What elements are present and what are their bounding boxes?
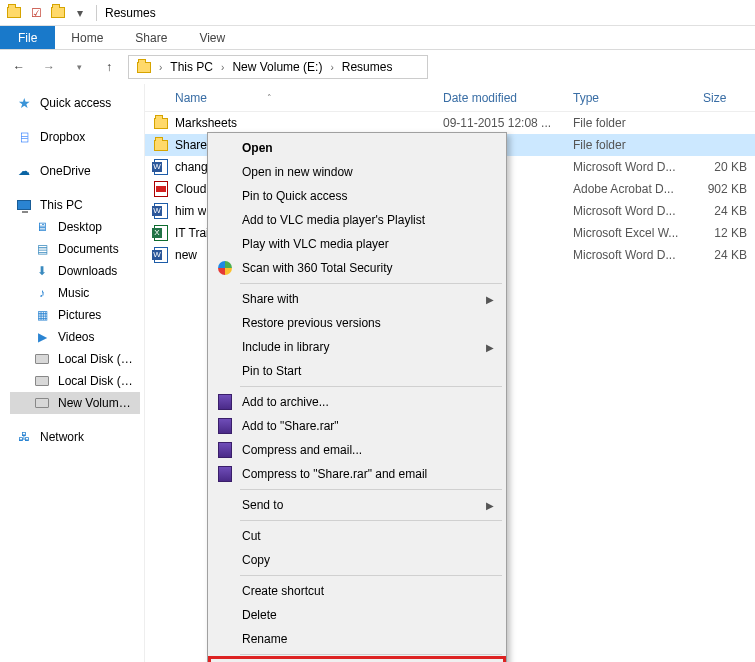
sidebar: ★ Quick access ⌸ Dropbox ☁ OneDrive This… <box>0 84 145 662</box>
ctx-share-with[interactable]: Share with▶ <box>210 287 504 311</box>
ctx-vlc-play[interactable]: Play with VLC media player <box>210 232 504 256</box>
sidebar-onedrive[interactable]: ☁ OneDrive <box>10 160 140 182</box>
separator <box>240 575 502 576</box>
file-type: Microsoft Word D... <box>565 248 695 262</box>
ctx-add-share-rar[interactable]: Add to "Share.rar" <box>210 414 504 438</box>
separator <box>240 283 502 284</box>
titlebar: ☑ ▾ Resumes <box>0 0 755 26</box>
breadcrumb-item[interactable]: This PC <box>166 60 217 74</box>
ctx-open-new-window[interactable]: Open in new window <box>210 160 504 184</box>
sidebar-downloads[interactable]: ⬇ Downloads <box>10 260 140 282</box>
downloads-icon: ⬇ <box>34 263 50 279</box>
ctx-open[interactable]: Open <box>210 136 504 160</box>
disk-icon <box>34 373 50 389</box>
file-size: 902 KB <box>695 182 755 196</box>
word-icon <box>153 159 169 175</box>
column-name[interactable]: Name˄ <box>145 91 435 105</box>
file-type: Microsoft Word D... <box>565 204 695 218</box>
chevron-right-icon[interactable]: › <box>328 62 335 73</box>
file-name: IT Trai <box>175 226 209 240</box>
ctx-pin-start[interactable]: Pin to Start <box>210 359 504 383</box>
nav-forward-button[interactable]: → <box>38 56 60 78</box>
tab-home[interactable]: Home <box>55 26 119 49</box>
ctx-compress-share-email[interactable]: Compress to "Share.rar" and email <box>210 462 504 486</box>
column-type[interactable]: Type <box>565 91 695 105</box>
monitor-icon <box>16 197 32 213</box>
sidebar-label: Videos <box>58 330 136 344</box>
sidebar-local-disk-c[interactable]: Local Disk (C:) <box>10 348 140 370</box>
sidebar-label: New Volume (E:) <box>58 396 136 410</box>
qat-properties-icon[interactable]: ☑ <box>26 3 46 23</box>
tab-share[interactable]: Share <box>119 26 183 49</box>
ctx-rename[interactable]: Rename <box>210 627 504 651</box>
file-name: new <box>175 248 197 262</box>
column-date[interactable]: Date modified <box>435 91 565 105</box>
submenu-arrow-icon: ▶ <box>486 500 494 511</box>
qat-dropdown-icon[interactable]: ▾ <box>70 3 90 23</box>
ctx-send-to[interactable]: Send to▶ <box>210 493 504 517</box>
nav-up-button[interactable]: ↑ <box>98 56 120 78</box>
tab-file[interactable]: File <box>0 26 55 49</box>
pdf-icon <box>153 181 169 197</box>
ctx-create-shortcut[interactable]: Create shortcut <box>210 579 504 603</box>
sidebar-network[interactable]: 🖧 Network <box>10 426 140 448</box>
submenu-arrow-icon: ▶ <box>486 342 494 353</box>
breadcrumb-item[interactable]: New Volume (E:) <box>228 60 326 74</box>
ctx-delete[interactable]: Delete <box>210 603 504 627</box>
sidebar-label: This PC <box>40 198 136 212</box>
ctx-add-archive[interactable]: Add to archive... <box>210 390 504 414</box>
file-row[interactable]: Marksheets09-11-2015 12:08 ...File folde… <box>145 112 755 134</box>
file-type: Microsoft Excel W... <box>565 226 695 240</box>
sidebar-pictures[interactable]: ▦ Pictures <box>10 304 140 326</box>
file-type: File folder <box>565 116 695 130</box>
ctx-pin-quick-access[interactable]: Pin to Quick access <box>210 184 504 208</box>
submenu-arrow-icon: ▶ <box>486 294 494 305</box>
breadcrumb-root-icon[interactable] <box>133 62 155 73</box>
breadcrumb-item[interactable]: Resumes <box>338 60 397 74</box>
sidebar-label: Music <box>58 286 136 300</box>
file-name: Marksheets <box>175 116 237 130</box>
disk-icon <box>34 395 50 411</box>
column-size[interactable]: Size <box>695 91 755 105</box>
file-name: Cloud <box>175 182 206 196</box>
sidebar-documents[interactable]: ▤ Documents <box>10 238 140 260</box>
archive-icon <box>216 393 234 411</box>
ctx-restore-previous[interactable]: Restore previous versions <box>210 311 504 335</box>
ctx-vlc-playlist[interactable]: Add to VLC media player's Playlist <box>210 208 504 232</box>
sort-indicator-icon: ˄ <box>267 93 272 103</box>
separator <box>240 386 502 387</box>
ctx-scan-360[interactable]: Scan with 360 Total Security <box>210 256 504 280</box>
disk-icon <box>34 351 50 367</box>
chevron-right-icon[interactable]: › <box>219 62 226 73</box>
chevron-right-icon[interactable]: › <box>157 62 164 73</box>
qat-new-folder-icon[interactable] <box>48 3 68 23</box>
file-type: Adobe Acrobat D... <box>565 182 695 196</box>
network-icon: 🖧 <box>16 429 32 445</box>
cloud-icon: ☁ <box>16 163 32 179</box>
ctx-properties[interactable]: Properties <box>210 658 504 662</box>
sidebar-this-pc[interactable]: This PC <box>10 194 140 216</box>
separator <box>96 5 97 21</box>
sidebar-videos[interactable]: ▶ Videos <box>10 326 140 348</box>
sidebar-music[interactable]: ♪ Music <box>10 282 140 304</box>
sidebar-desktop[interactable]: 🖥 Desktop <box>10 216 140 238</box>
sidebar-new-volume-e[interactable]: New Volume (E:) <box>10 392 140 414</box>
sidebar-dropbox[interactable]: ⌸ Dropbox <box>10 126 140 148</box>
nav-back-button[interactable]: ← <box>8 56 30 78</box>
archive-icon <box>216 465 234 483</box>
ctx-cut[interactable]: Cut <box>210 524 504 548</box>
folder-icon <box>153 137 169 153</box>
file-date: 09-11-2015 12:08 ... <box>435 116 565 130</box>
address-bar[interactable]: › This PC › New Volume (E:) › Resumes <box>128 55 428 79</box>
file-name: Share <box>175 138 207 152</box>
sidebar-quick-access[interactable]: ★ Quick access <box>10 92 140 114</box>
nav-recent-dropdown[interactable]: ▾ <box>68 56 90 78</box>
sidebar-label: Downloads <box>58 264 136 278</box>
ctx-copy[interactable]: Copy <box>210 548 504 572</box>
ctx-include-library[interactable]: Include in library▶ <box>210 335 504 359</box>
tab-view[interactable]: View <box>183 26 241 49</box>
shield-icon <box>216 259 234 277</box>
sidebar-local-disk-d[interactable]: Local Disk (D:) <box>10 370 140 392</box>
context-menu: Open Open in new window Pin to Quick acc… <box>207 132 507 662</box>
ctx-compress-email[interactable]: Compress and email... <box>210 438 504 462</box>
